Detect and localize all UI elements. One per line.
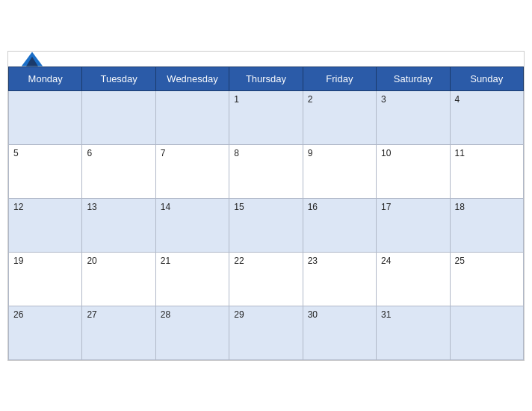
day-number: 25 (455, 256, 465, 266)
day-number: 2 (308, 94, 313, 105)
weekday-saturday: Saturday (377, 67, 450, 90)
day-number: 19 (13, 256, 23, 266)
weekday-tuesday: Tuesday (82, 67, 155, 90)
calendar-cell: 5 (9, 144, 82, 198)
day-number: 7 (161, 148, 166, 158)
day-number: 6 (87, 148, 92, 158)
calendar-cell: 8 (229, 144, 303, 198)
calendar-cell: 4 (450, 90, 523, 144)
calendar-cell (450, 306, 523, 359)
generalblue-logo-icon (20, 51, 44, 67)
calendar-cell: 21 (155, 252, 229, 306)
calendar-cell: 6 (82, 144, 155, 198)
day-number: 8 (234, 148, 239, 158)
day-number: 18 (455, 202, 465, 212)
day-number: 26 (13, 309, 23, 320)
calendar-cell (82, 90, 155, 144)
weekday-monday: Monday (9, 67, 82, 90)
calendar-thead: MondayTuesdayWednesdayThursdayFridaySatu… (9, 67, 524, 90)
calendar-cell: 30 (303, 306, 376, 359)
day-number: 11 (455, 148, 465, 158)
calendar-cell: 2 (303, 90, 376, 144)
calendar-grid: MondayTuesdayWednesdayThursdayFridaySatu… (8, 67, 524, 360)
calendar-cell (9, 90, 82, 144)
day-number: 24 (381, 256, 391, 266)
calendar-cell: 18 (450, 198, 523, 252)
weekday-wednesday: Wednesday (155, 67, 229, 90)
calendar-cell: 19 (9, 252, 82, 306)
calendar-tbody: 1234567891011121314151617181920212223242… (9, 90, 524, 359)
day-number: 31 (381, 309, 391, 320)
calendar-cell: 27 (82, 306, 155, 359)
day-number: 15 (234, 202, 244, 212)
calendar-week-1: 1234 (9, 90, 524, 144)
calendar-cell: 15 (229, 198, 303, 252)
day-number: 30 (308, 309, 318, 320)
day-number: 23 (308, 256, 318, 266)
calendar-cell: 13 (82, 198, 155, 252)
calendar-container: MondayTuesdayWednesdayThursdayFridaySatu… (7, 51, 525, 361)
calendar-cell: 29 (229, 306, 303, 359)
calendar-cell: 14 (155, 198, 229, 252)
day-number: 13 (87, 202, 96, 212)
calendar-cell: 17 (377, 198, 450, 252)
calendar-cell: 9 (303, 144, 376, 198)
calendar-cell: 31 (377, 306, 450, 359)
calendar-cell: 25 (450, 252, 523, 306)
calendar-week-3: 12131415161718 (9, 198, 524, 252)
calendar-week-5: 262728293031 (9, 306, 524, 359)
calendar-cell: 7 (155, 144, 229, 198)
calendar-week-4: 19202122232425 (9, 252, 524, 306)
calendar-cell: 20 (82, 252, 155, 306)
day-number: 27 (87, 309, 96, 320)
calendar-header (8, 52, 524, 67)
day-number: 17 (381, 202, 391, 212)
day-number: 12 (13, 202, 23, 212)
calendar-cell: 24 (377, 252, 450, 306)
logo-area (20, 51, 44, 67)
calendar-cell (155, 90, 229, 144)
calendar-cell: 23 (303, 252, 376, 306)
day-number: 16 (308, 202, 318, 212)
day-number: 22 (234, 256, 244, 266)
day-number: 21 (161, 256, 170, 266)
day-number: 3 (381, 94, 386, 105)
weekday-friday: Friday (303, 67, 376, 90)
calendar-cell: 26 (9, 306, 82, 359)
day-number: 5 (13, 148, 19, 158)
day-number: 9 (308, 148, 313, 158)
calendar-cell: 12 (9, 198, 82, 252)
calendar-week-2: 567891011 (9, 144, 524, 198)
calendar-cell: 3 (377, 90, 450, 144)
day-number: 14 (161, 202, 170, 212)
calendar-cell: 16 (303, 198, 376, 252)
calendar-cell: 1 (229, 90, 303, 144)
day-number: 1 (234, 94, 239, 105)
calendar-cell: 28 (155, 306, 229, 359)
calendar-cell: 22 (229, 252, 303, 306)
calendar-cell: 11 (450, 144, 523, 198)
calendar-cell: 10 (377, 144, 450, 198)
day-number: 10 (381, 148, 391, 158)
day-number: 4 (455, 94, 460, 105)
weekday-thursday: Thursday (229, 67, 303, 90)
weekday-header-row: MondayTuesdayWednesdayThursdayFridaySatu… (9, 67, 524, 90)
day-number: 29 (234, 309, 244, 320)
day-number: 28 (161, 309, 170, 320)
day-number: 20 (87, 256, 96, 266)
weekday-sunday: Sunday (450, 67, 523, 90)
